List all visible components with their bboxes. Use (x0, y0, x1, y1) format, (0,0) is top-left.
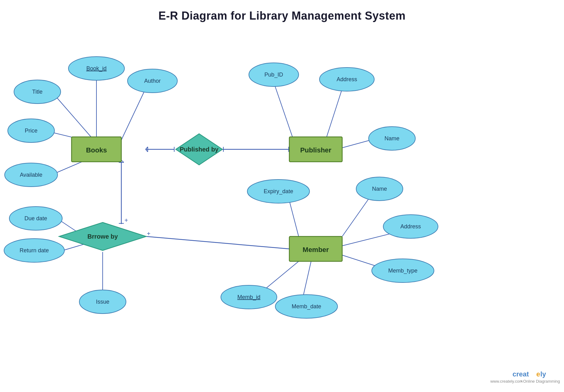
issue-label: Issue (96, 299, 109, 305)
svg-line-26 (146, 236, 289, 249)
memb-date-label: Memb_date (291, 303, 321, 310)
watermark-brand-end: ly (540, 370, 546, 378)
name-pub-label: Name (385, 135, 399, 142)
available-label: Available (20, 172, 43, 178)
watermark-tagline: • Online Diagramming (520, 379, 560, 384)
svg-line-18 (327, 89, 342, 137)
svg-line-33 (303, 261, 311, 296)
return-date-label: Return date (20, 247, 49, 254)
svg-line-3 (54, 95, 96, 143)
address-member-label: Address (400, 223, 421, 230)
address-pub-label: Address (337, 76, 357, 82)
member-entity-label: Member (303, 246, 329, 254)
name-member-label: Name (372, 186, 387, 192)
due-date-label: Due date (24, 215, 47, 222)
svg-line-4 (121, 84, 148, 140)
memb-type-label: Memb_type (388, 268, 417, 274)
books-entity-label: Books (86, 146, 107, 154)
svg-line-32 (263, 261, 299, 291)
publisher-entity-label: Publisher (300, 146, 332, 154)
published-by-label: Published by (180, 146, 219, 153)
pub-id-label: Pub_ID (264, 72, 283, 78)
book-id-label: Book_id (86, 65, 106, 72)
watermark-brand: creat (512, 370, 529, 378)
title-label: Title (32, 89, 42, 95)
watermark-url: www.creately.com (490, 379, 523, 384)
svg-text:+: + (147, 230, 151, 237)
svg-line-28 (289, 201, 299, 236)
svg-line-29 (342, 194, 372, 236)
svg-text:+: + (124, 217, 128, 224)
brrowe-by-label: Brrowe by (87, 233, 118, 240)
svg-line-17 (274, 82, 292, 137)
author-label: Author (144, 78, 161, 84)
memb-id-label: Memb_id (237, 294, 260, 301)
watermark-dot: e (536, 370, 540, 378)
price-label: Price (25, 128, 37, 134)
expiry-date-label: Expiry_date (263, 188, 293, 195)
